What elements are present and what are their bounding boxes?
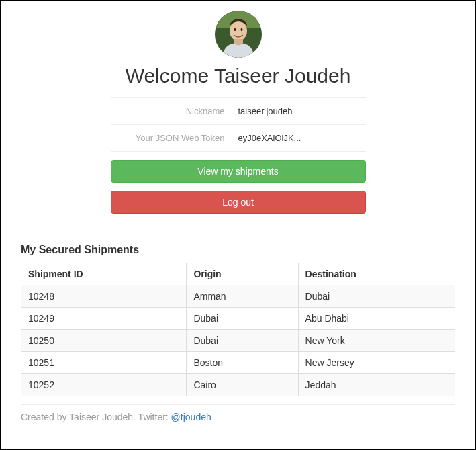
cell-origin: Dubai [187, 308, 298, 330]
token-row: Your JSON Web Token eyJ0eXAiOiJK... [111, 124, 366, 151]
cell-origin: Amman [187, 285, 298, 308]
view-shipments-button[interactable]: View my shipments [111, 160, 366, 183]
svg-point-4 [234, 28, 236, 31]
cell-id: 10250 [21, 330, 187, 352]
shipments-section: My Secured Shipments Shipment ID Origin … [21, 244, 455, 396]
cell-destination: Abu Dhabi [298, 308, 455, 330]
footer-text: Created by Taiseer Joudeh. Twitter: [21, 412, 171, 422]
col-shipment-id: Shipment ID [21, 263, 187, 285]
svg-point-5 [240, 28, 242, 31]
table-row: 10251BostonNew Jersey [21, 352, 455, 374]
cell-destination: New Jersey [298, 352, 455, 374]
profile-panel: Welcome Taiseer Joudeh Nickname taiseer.… [111, 11, 366, 214]
cell-origin: Boston [187, 352, 298, 374]
logout-button[interactable]: Log out [111, 191, 366, 214]
cell-origin: Cairo [187, 374, 298, 396]
col-destination: Destination [298, 263, 455, 285]
shipments-title: My Secured Shipments [21, 244, 455, 256]
profile-info: Nickname taiseer.joudeh Your JSON Web To… [111, 97, 366, 152]
table-header-row: Shipment ID Origin Destination [21, 263, 455, 285]
nickname-value: taiseer.joudeh [238, 106, 366, 116]
shipments-table: Shipment ID Origin Destination 10248Amma… [21, 263, 455, 396]
svg-point-3 [230, 21, 247, 41]
token-label: Your JSON Web Token [111, 133, 238, 143]
table-row: 10249DubaiAbu Dhabi [21, 308, 455, 330]
nickname-label: Nickname [111, 106, 238, 116]
cell-id: 10248 [21, 285, 187, 308]
table-row: 10252CairoJeddah [21, 374, 455, 396]
cell-id: 10249 [21, 308, 187, 330]
nickname-row: Nickname taiseer.joudeh [111, 98, 366, 124]
welcome-heading: Welcome Taiseer Joudeh [111, 64, 366, 87]
token-value: eyJ0eXAiOiJK... [238, 133, 366, 143]
footer: Created by Taiseer Joudeh. Twitter: @tjo… [21, 404, 455, 422]
col-origin: Origin [187, 263, 298, 285]
cell-origin: Dubai [187, 330, 298, 352]
cell-id: 10252 [21, 374, 187, 396]
avatar [215, 11, 262, 58]
table-row: 10248AmmanDubai [21, 285, 455, 308]
cell-id: 10251 [21, 352, 187, 374]
cell-destination: Jeddah [298, 374, 455, 396]
cell-destination: New York [298, 330, 455, 352]
footer-twitter-link[interactable]: @tjoudeh [171, 412, 211, 422]
table-row: 10250DubaiNew York [21, 330, 455, 352]
cell-destination: Dubai [298, 285, 455, 308]
